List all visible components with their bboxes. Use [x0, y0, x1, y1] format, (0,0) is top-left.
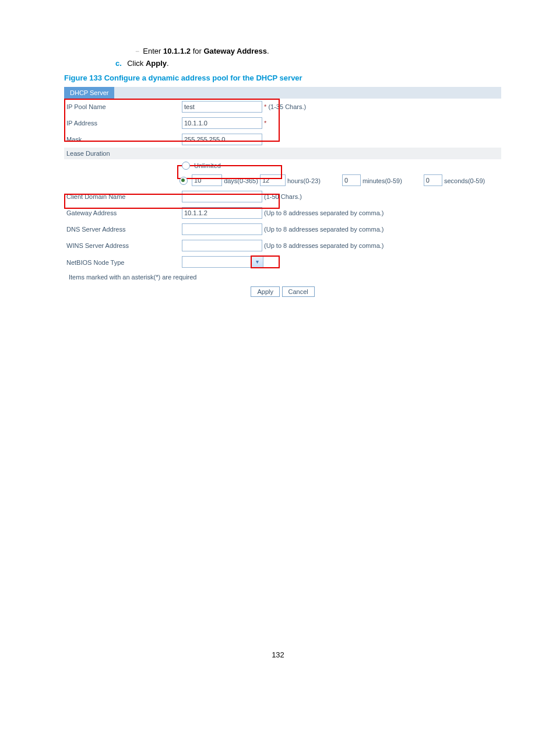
- figure-caption: Figure 133 Configure a dynamic address p…: [64, 74, 492, 82]
- step-c-text2: .: [167, 59, 169, 68]
- radio-custom-duration[interactable]: [180, 177, 188, 185]
- input-client-domain[interactable]: [182, 191, 262, 202]
- instr-enter: Enter: [143, 47, 163, 55]
- step-c: c. Click Apply.: [64, 59, 492, 68]
- dhcp-form-table: IP Pool Name * (1-35 Chars.) IP Address …: [64, 99, 501, 283]
- label-ip-address: IP Address: [64, 115, 180, 131]
- instr-period: .: [267, 47, 269, 55]
- input-minutes[interactable]: [342, 174, 361, 186]
- label-days: days(0-365): [224, 177, 258, 184]
- footer-note: Items marked with an asterisk(*) are req…: [64, 271, 501, 283]
- label-seconds: seconds(0-59): [444, 177, 485, 184]
- input-wins[interactable]: [182, 240, 262, 251]
- input-dns[interactable]: [182, 223, 262, 235]
- apply-button[interactable]: Apply: [251, 286, 280, 297]
- input-hours[interactable]: [260, 174, 286, 186]
- radio-unlimited[interactable]: [182, 162, 190, 170]
- label-mask: Mask: [64, 131, 180, 148]
- step-marker-c: c.: [115, 59, 122, 68]
- input-days[interactable]: [192, 174, 222, 186]
- label-lease-duration: Lease Duration: [64, 148, 501, 159]
- hint-dns: (Up to 8 addresses separated by comma.): [264, 226, 383, 233]
- cancel-button[interactable]: Cancel: [282, 286, 315, 297]
- tab-dhcp-server[interactable]: DHCP Server: [64, 87, 114, 99]
- label-gateway: Gateway Address: [64, 205, 180, 221]
- label-wins: WINS Server Address: [64, 237, 180, 254]
- input-mask[interactable]: [182, 134, 262, 145]
- hint-client-domain: (1-50 Chars.): [264, 193, 302, 200]
- required-asterisk: *: [264, 103, 266, 110]
- tab-bar: DHCP Server: [64, 87, 501, 99]
- label-unlimited: Unlimited: [194, 162, 221, 169]
- required-asterisk-2: *: [264, 120, 266, 127]
- step-c-text1: Click: [127, 59, 146, 68]
- instr-value: 10.1.1.2: [163, 47, 191, 55]
- label-netbios: NetBIOS Node Type: [64, 254, 180, 271]
- label-client-domain: Client Domain Name: [64, 188, 180, 205]
- page-number: 132: [64, 650, 492, 659]
- sub-bullet-gateway: − Enter 10.1.1.2 for Gateway Address.: [64, 47, 492, 55]
- hint-pool-name: (1-35 Chars.): [268, 103, 306, 110]
- label-ip-pool-name: IP Pool Name: [64, 99, 180, 115]
- label-minutes: minutes(0-59): [363, 177, 402, 184]
- label-dns: DNS Server Address: [64, 221, 180, 237]
- select-netbios[interactable]: ▾: [182, 256, 263, 268]
- hint-gateway: (Up to 8 addresses separated by comma.): [264, 209, 383, 216]
- input-ip-pool-name[interactable]: [182, 101, 262, 113]
- input-ip-address[interactable]: [182, 117, 262, 129]
- hint-wins: (Up to 8 addresses separated by comma.): [264, 242, 383, 249]
- input-seconds[interactable]: [424, 174, 442, 186]
- screenshot: DHCP Server IP Pool Name * (1-35 Chars.)…: [64, 87, 501, 300]
- step-c-btn: Apply: [146, 59, 167, 68]
- instr-field: Gateway Address: [203, 47, 267, 55]
- label-hours: hours(0-23): [287, 177, 321, 184]
- instr-for: for: [191, 47, 203, 55]
- chevron-down-icon: ▾: [251, 256, 263, 268]
- dash-icon: −: [135, 47, 141, 55]
- input-gateway[interactable]: [182, 207, 262, 219]
